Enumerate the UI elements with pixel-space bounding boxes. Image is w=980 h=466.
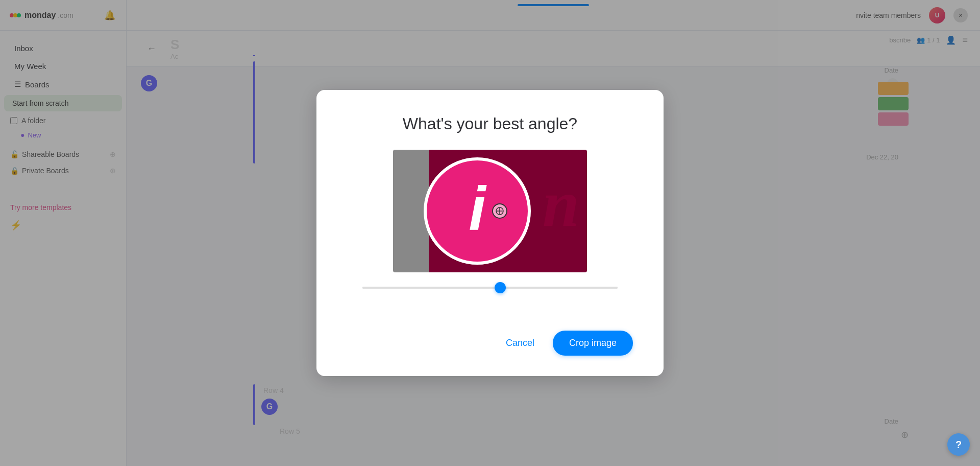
zoom-slider-container (362, 287, 618, 289)
modal-actions: Cancel Crop image (347, 331, 633, 356)
help-button[interactable]: ? (947, 433, 970, 456)
crop-image-modal: What's your best angle? n i (316, 90, 664, 376)
n-letter: n (543, 165, 579, 242)
image-crop-container[interactable]: n i (393, 150, 587, 272)
cancel-button[interactable]: Cancel (496, 332, 545, 355)
logo-pink-circle: i (424, 157, 531, 265)
crop-image-button[interactable]: Crop image (553, 331, 633, 356)
logo-preview-image: n i (393, 150, 587, 272)
modal-overlay: What's your best angle? n i (0, 0, 980, 466)
move-cursor[interactable] (492, 203, 507, 219)
i-letter: i (469, 178, 485, 239)
modal-title: What's your best angle? (403, 114, 577, 133)
crosshair-icon (492, 203, 507, 219)
